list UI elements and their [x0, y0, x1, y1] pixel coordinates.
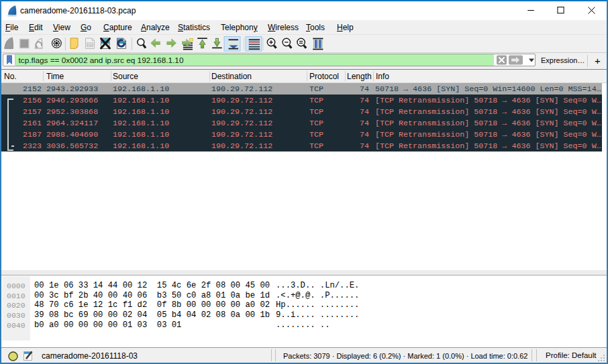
svg-text:010: 010 — [87, 43, 93, 47]
